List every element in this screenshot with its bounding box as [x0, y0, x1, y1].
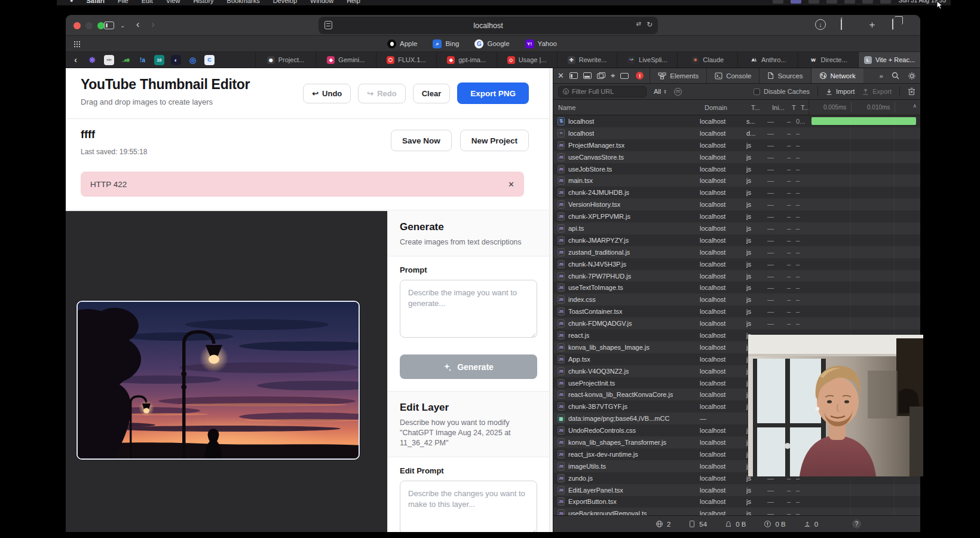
request-row[interactable]: JSapi.tslocalhostjs—––: [553, 222, 920, 234]
pinned-tab-angle-icon[interactable]: ‹: [71, 55, 81, 65]
reader-icon[interactable]: [324, 21, 332, 29]
spotlight-icon[interactable]: [880, 0, 891, 4]
menu-item-help[interactable]: Help: [347, 0, 360, 4]
request-row[interactable]: JSuseTextToImage.tslocalhostjs—––: [553, 282, 920, 294]
edit-prompt-textarea[interactable]: [400, 481, 537, 532]
dock-bottom-icon[interactable]: [583, 72, 592, 79]
inspector-tab-network[interactable]: Network: [811, 68, 863, 83]
menu-item-safari[interactable]: Safari: [86, 0, 105, 4]
tab-overview-icon[interactable]: [892, 19, 893, 30]
disable-caches-checkbox[interactable]: [754, 88, 760, 95]
request-row[interactable]: JSEditLayerPanel.tsxlocalhostjs—––: [553, 484, 920, 496]
export-har-button[interactable]: Export: [862, 88, 892, 95]
menu-item-edit[interactable]: Edit: [142, 0, 153, 4]
pinned-tab-c-blue-icon[interactable]: C: [204, 55, 215, 65]
clear-network-trash-icon[interactable]: [908, 87, 915, 96]
col-type[interactable]: T...: [746, 104, 767, 111]
request-row[interactable]: JSProjectManager.tsxlocalhostjs—––: [553, 139, 920, 151]
favorite-apple[interactable]: Apple: [387, 39, 417, 48]
page-scrollbar[interactable]: [549, 68, 553, 532]
forward-button[interactable]: ›: [151, 19, 154, 30]
element-picker-icon[interactable]: ⌖: [611, 71, 615, 81]
col-domain[interactable]: Domain: [700, 104, 746, 111]
request-row[interactable]: JSzustand_traditional.jslocalhostjs—––: [553, 246, 920, 258]
address-bar[interactable]: localhost ⇄ ↻: [318, 17, 658, 34]
issues-badge[interactable]: !: [636, 72, 644, 80]
inspector-close-icon[interactable]: ✕: [558, 71, 564, 80]
sidebar-chevron-icon[interactable]: ⌄: [120, 22, 125, 29]
back-button[interactable]: ‹: [136, 19, 139, 30]
accessibility-icon[interactable]: [808, 0, 819, 4]
favorite-bing[interactable]: ⌕Bing: [433, 39, 459, 48]
headphones-icon[interactable]: [773, 0, 783, 4]
menu-item-history[interactable]: History: [193, 0, 213, 4]
network-filter-input[interactable]: Filter Full URL: [558, 86, 647, 97]
apple-menu-icon[interactable]: ●: [70, 0, 73, 4]
tab-livesplit[interactable]: ●LiveSpli...: [617, 52, 677, 68]
request-row[interactable]: JSToastContainer.tsxlocalhostjs—––: [553, 305, 920, 317]
tab-project[interactable]: ◉Project...: [255, 52, 316, 68]
waterfall-bar[interactable]: [811, 117, 916, 125]
error-close-icon[interactable]: ✕: [508, 180, 514, 189]
tab-flux[interactable]: ⬡FLUX.1...: [376, 52, 436, 68]
more-tabs-icon[interactable]: »: [880, 72, 883, 80]
pinned-tab-ten-icon[interactable]: 10: [154, 55, 164, 65]
menu-item-file[interactable]: File: [118, 0, 128, 4]
sound-icon[interactable]: [826, 0, 837, 4]
request-row[interactable]: JSVersionHistory.tsxlocalhostjs—––: [553, 198, 920, 210]
request-row[interactable]: JSchunk-XPLPPVMR.jslocalhostjs—––: [553, 210, 920, 222]
col-time1[interactable]: T: [787, 104, 796, 111]
timeline-collapse-icon[interactable]: ∧: [912, 103, 917, 109]
request-row[interactable]: JSExportButton.tsxlocalhostjs—––: [553, 496, 920, 508]
export-png-button[interactable]: Export PNG: [457, 82, 529, 104]
timeline-header[interactable]: 0.005ms 0.010ms ∧: [808, 100, 920, 115]
request-row[interactable]: ⇅localhostlocalhosts...—–0...: [553, 115, 920, 127]
menu-item-view[interactable]: View: [166, 0, 180, 4]
device-settings-icon[interactable]: [620, 73, 629, 79]
pinned-tab-paw-icon[interactable]: ❋: [87, 55, 97, 65]
minimize-window-button[interactable]: [85, 22, 93, 29]
close-window-button[interactable]: [74, 22, 81, 29]
request-row[interactable]: JSchunk-JMARPYZY.jslocalhostjs—––: [553, 234, 920, 246]
reload-icon[interactable]: ↻: [647, 20, 653, 29]
pinned-tab-ring-icon[interactable]: ◎: [188, 55, 198, 65]
translate-icon[interactable]: ⇄: [636, 20, 641, 29]
redo-button[interactable]: ↪Redo: [358, 84, 405, 103]
settings-gear-icon[interactable]: [908, 72, 916, 80]
input-source-icon[interactable]: [844, 0, 855, 4]
tab-anthropic[interactable]: A\Anthro...: [737, 52, 798, 68]
menu-item-bookmarks[interactable]: Bookmarks: [227, 0, 260, 4]
share-icon[interactable]: [841, 19, 842, 30]
request-row[interactable]: JSchunk-7PW7PHUD.jslocalhostjs—––: [553, 270, 920, 282]
request-row[interactable]: JSchunk-NJ4V5H3P.jslocalhostjs—––: [553, 258, 920, 270]
sidebar-toggle-icon[interactable]: [104, 22, 114, 29]
search-icon[interactable]: [892, 72, 899, 80]
request-row[interactable]: JSuseJobStore.tslocalhostjs—––: [553, 163, 920, 175]
pinned-tab-code-icon[interactable]: </>: [104, 55, 114, 65]
pinned-tab-a-blue-icon[interactable]: !a: [137, 55, 148, 65]
inspector-tab-sources[interactable]: Sources: [759, 68, 810, 83]
tab-directus[interactable]: WDirecte...: [798, 52, 858, 68]
favorite-google[interactable]: GGoogle: [474, 39, 509, 48]
col-time2[interactable]: T...: [796, 104, 808, 111]
thumbnail-layer-image[interactable]: [76, 301, 360, 460]
pinned-tab-chart-icon[interactable]: ▁▅▇: [121, 55, 131, 65]
downloads-icon[interactable]: ↓: [815, 19, 826, 30]
col-name[interactable]: Name: [553, 104, 700, 111]
favorites-grid-icon[interactable]: [74, 41, 80, 47]
tab-gpt-image[interactable]: ◆gpt-ima...: [436, 52, 497, 68]
webcam-overlay[interactable]: [748, 335, 923, 476]
undock-icon[interactable]: [597, 72, 605, 79]
request-row[interactable]: JSindex.csslocalhostjs—––: [553, 294, 920, 305]
wifi-icon[interactable]: [862, 0, 873, 4]
pinned-tab-moon-icon[interactable]: ◐: [171, 55, 181, 65]
tab-rewrite[interactable]: ✣Rewrite...: [557, 52, 617, 68]
screen-mirroring-icon[interactable]: [791, 0, 801, 4]
save-now-button[interactable]: Save Now: [391, 130, 452, 151]
favorite-yahoo[interactable]: Y!Yahoo: [525, 39, 557, 48]
request-row[interactable]: JSmain.tsxlocalhostjs—––: [553, 175, 920, 187]
menu-item-develop[interactable]: Develop: [273, 0, 297, 4]
tab-usage[interactable]: ◇Usage |...: [497, 52, 557, 68]
resource-type-dropdown[interactable]: All ▲▼: [654, 88, 667, 95]
new-project-button[interactable]: New Project: [460, 130, 529, 151]
